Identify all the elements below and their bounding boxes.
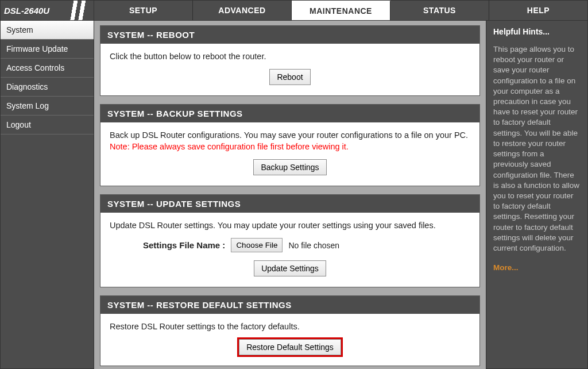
panel-backup-title: SYSTEM -- BACKUP SETTINGS [100, 105, 479, 122]
settings-file-name-label: Settings File Name : [143, 240, 225, 250]
reboot-button[interactable]: Reboot [269, 69, 310, 85]
panel-reboot-title: SYSTEM -- REBOOT [100, 26, 479, 44]
main-content: SYSTEM -- REBOOT Click the button below … [94, 21, 486, 369]
update-settings-button[interactable]: Update Settings [254, 260, 326, 276]
sidebar-item-system[interactable]: System [1, 21, 94, 40]
tab-maintenance[interactable]: MAINTENANCE [292, 1, 390, 20]
sidebar-item-logout[interactable]: Logout [1, 116, 94, 134]
choose-file-button[interactable]: Choose File [231, 238, 283, 252]
help-more-link[interactable]: More... [493, 263, 581, 273]
panel-restore: SYSTEM -- RESTORE DEFAULT SETTINGS Resto… [100, 295, 480, 366]
panel-backup-note: Note: Please always save configuration f… [110, 142, 470, 151]
tab-advanced[interactable]: ADVANCED [193, 1, 292, 20]
panel-reboot: SYSTEM -- REBOOT Click the button below … [100, 25, 480, 96]
tab-setup[interactable]: SETUP [94, 1, 193, 20]
help-title: Helpful Hints... [493, 26, 581, 37]
panel-restore-text: Restore DSL Router settings to the facto… [110, 322, 470, 331]
sidebar-item-access-controls[interactable]: Access Controls [1, 59, 94, 78]
restore-default-settings-button[interactable]: Restore Default Settings [239, 339, 341, 355]
sidebar: System Firmware Update Access Controls D… [0, 21, 94, 369]
tab-help[interactable]: HELP [489, 1, 587, 20]
panel-update: SYSTEM -- UPDATE SETTINGS Update DSL Rou… [100, 194, 480, 287]
panel-update-title: SYSTEM -- UPDATE SETTINGS [100, 195, 479, 213]
panel-backup: SYSTEM -- BACKUP SETTINGS Back up DSL Ro… [100, 104, 480, 186]
panel-update-text: Update DSL Router settings. You may upda… [110, 221, 470, 230]
help-body: This page allows you to reboot your rout… [493, 44, 581, 253]
panel-restore-title: SYSTEM -- RESTORE DEFAULT SETTINGS [100, 296, 479, 314]
device-logo: DSL-2640U [0, 0, 94, 21]
panel-backup-text: Back up DSL Router configurations. You m… [110, 130, 470, 140]
sidebar-item-firmware-update[interactable]: Firmware Update [1, 40, 94, 59]
logo-stripes [64, 1, 94, 20]
device-model-label: DSL-2640U [4, 6, 49, 16]
backup-settings-button[interactable]: Backup Settings [253, 159, 326, 175]
file-chosen-status: No file chosen [288, 241, 339, 250]
tab-status[interactable]: STATUS [390, 1, 489, 20]
panel-reboot-text: Click the button below to reboot the rou… [110, 52, 470, 61]
help-column: Helpful Hints... This page allows you to… [486, 21, 588, 369]
sidebar-item-diagnostics[interactable]: Diagnostics [1, 78, 94, 97]
top-nav: SETUP ADVANCED MAINTENANCE STATUS HELP [94, 0, 588, 21]
sidebar-item-system-log[interactable]: System Log [1, 97, 94, 116]
